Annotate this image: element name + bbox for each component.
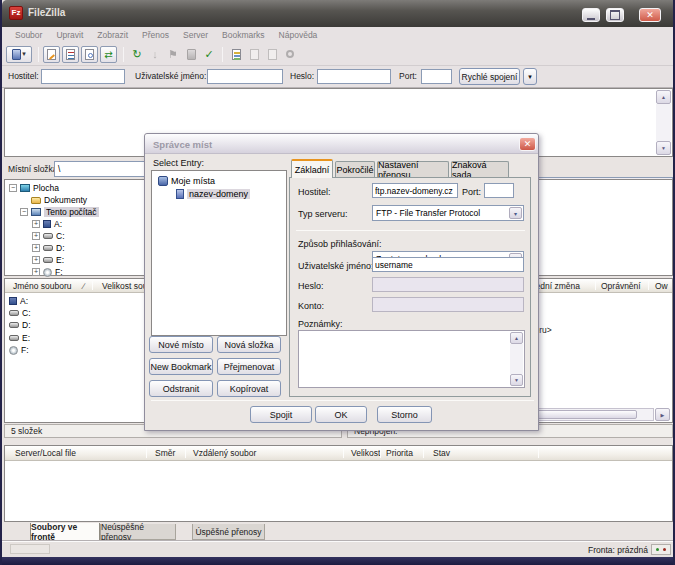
column-priority[interactable]: Priorita: [386, 448, 413, 458]
quickconnect-host-input[interactable]: [41, 69, 125, 84]
quickconnect-password-input[interactable]: [317, 69, 391, 84]
minimize-button[interactable]: [582, 8, 600, 22]
rename-button[interactable]: Přejmenovat: [217, 358, 281, 375]
expand-icon[interactable]: +: [32, 220, 40, 228]
menu-bookmarks[interactable]: Bookmarks: [215, 30, 272, 40]
scroll-down-button[interactable]: ▼: [510, 374, 523, 386]
tab-failed-transfers[interactable]: Neúspěšné přenosy: [100, 524, 176, 540]
column-server-local-file[interactable]: Server/Local file: [15, 448, 76, 458]
menu-zobrazit[interactable]: Zobrazit: [90, 30, 135, 40]
column-permissions[interactable]: Oprávnění: [601, 281, 641, 291]
user-input[interactable]: [372, 257, 524, 272]
scroll-right-button[interactable]: ▶: [655, 408, 670, 421]
scroll-up-button[interactable]: ▲: [510, 332, 523, 344]
tree-item-drive-e[interactable]: + E:: [32, 254, 64, 266]
tab-transfer-settings[interactable]: Nastavení přenosu: [377, 161, 449, 178]
tree-item-dokumenty[interactable]: Dokumenty: [31, 194, 87, 206]
list-item-drive-e[interactable]: E:: [9, 332, 30, 344]
site-manager-button[interactable]: ▾: [6, 46, 32, 63]
harddrive-icon: [9, 335, 19, 341]
menu-server[interactable]: Server: [176, 30, 215, 40]
toggle-local-tree-button[interactable]: [62, 46, 79, 63]
tab-successful-transfers[interactable]: Úspěšné přenosy: [192, 524, 265, 540]
column-divider[interactable]: [648, 281, 649, 290]
scrollbar-track[interactable]: [510, 344, 523, 374]
scroll-up-button[interactable]: ▲: [656, 90, 671, 104]
tree-item-drive-f[interactable]: + F:: [32, 266, 63, 278]
site-tree-root[interactable]: Moje místa: [158, 175, 215, 187]
expand-icon[interactable]: +: [32, 244, 40, 252]
column-divider[interactable]: [343, 448, 344, 458]
ok-button[interactable]: OK: [315, 406, 367, 423]
column-divider[interactable]: [146, 448, 147, 458]
column-direction[interactable]: Směr: [155, 448, 175, 458]
collapse-icon[interactable]: −: [9, 184, 17, 192]
filter-icon[interactable]: [228, 46, 244, 62]
toggle-message-log-button[interactable]: [43, 46, 60, 63]
close-button[interactable]: ✕: [639, 8, 661, 22]
tab-charset[interactable]: Znaková sada: [451, 161, 509, 178]
expand-icon[interactable]: +: [32, 232, 40, 240]
refresh-icon[interactable]: ↻: [129, 46, 145, 62]
comments-textarea[interactable]: ▲ ▼: [298, 330, 525, 388]
column-remote-file[interactable]: Vzdálený soubor: [193, 448, 256, 458]
user-label: Uživatelské jméno:: [298, 261, 374, 271]
scroll-down-button[interactable]: ▼: [656, 141, 671, 155]
column-size[interactable]: Velikost: [351, 448, 380, 458]
column-owner[interactable]: Ow: [655, 281, 668, 291]
menu-napoveda[interactable]: Nápověda: [272, 30, 325, 40]
dialog-title-bar: Správce míst ✕: [145, 134, 538, 154]
host-input[interactable]: [372, 183, 458, 198]
list-item-drive-a[interactable]: A:: [9, 295, 28, 307]
quickconnect-button[interactable]: Rychlé spojení: [459, 68, 520, 85]
quickconnect-dropdown-button[interactable]: ▾: [523, 68, 537, 85]
tree-item-drive-a[interactable]: + A:: [32, 218, 62, 230]
tab-general[interactable]: Základní: [291, 159, 333, 178]
harddrive-icon: [9, 310, 19, 316]
toggle-queue-button[interactable]: ⇄: [100, 46, 117, 63]
column-status[interactable]: Stav: [433, 448, 450, 458]
quickconnect-user-input[interactable]: [207, 69, 283, 84]
column-divider[interactable]: [92, 281, 93, 290]
servertype-select[interactable]: FTP - File Transfer Protocol ▾: [372, 205, 524, 221]
quickconnect-port-input[interactable]: [421, 69, 452, 84]
copy-button[interactable]: Kopírovat: [217, 380, 281, 397]
tree-item-tento-pocitac[interactable]: − Tento počítač: [20, 206, 99, 218]
list-item-drive-c[interactable]: C:: [9, 307, 31, 319]
column-filename[interactable]: Jméno souboru: [13, 281, 72, 291]
column-divider[interactable]: [595, 281, 596, 290]
chevron-down-icon[interactable]: ▾: [509, 207, 522, 219]
expand-icon[interactable]: +: [32, 256, 40, 264]
cancel-button[interactable]: Storno: [377, 406, 432, 423]
new-site-button[interactable]: Nové místo: [149, 336, 213, 353]
column-divider[interactable]: [538, 448, 539, 458]
servertype-value: FTP - File Transfer Protocol: [376, 208, 480, 218]
menu-soubor[interactable]: Soubor: [8, 30, 49, 40]
scrollbar-track[interactable]: [656, 104, 671, 141]
new-folder-button[interactable]: Nová složka: [217, 336, 281, 353]
menu-prenos[interactable]: Přenos: [135, 30, 176, 40]
tab-queued-files[interactable]: Soubory ve frontě: [30, 523, 100, 541]
port-input[interactable]: [484, 183, 514, 198]
collapse-icon[interactable]: −: [20, 208, 28, 216]
menu-upravit[interactable]: Upravit: [49, 30, 90, 40]
tab-advanced[interactable]: Pokročilé: [335, 161, 375, 178]
column-divider[interactable]: [380, 448, 381, 458]
reconnect-check-icon[interactable]: ✓: [201, 46, 217, 62]
list-item-drive-f[interactable]: F:: [9, 344, 29, 356]
expand-icon[interactable]: +: [32, 268, 40, 276]
dialog-close-button[interactable]: ✕: [519, 137, 536, 151]
maximize-button[interactable]: [606, 8, 624, 22]
site-tree-site[interactable]: nazev-domeny: [176, 188, 250, 200]
toggle-remote-tree-button[interactable]: [81, 46, 98, 63]
tree-item-drive-c[interactable]: + C:: [32, 230, 65, 242]
tree-item-drive-d[interactable]: + D:: [32, 242, 65, 254]
find-files-icon: [282, 46, 298, 62]
tree-item-plocha[interactable]: − Plocha: [9, 182, 59, 194]
list-item-drive-d[interactable]: D:: [9, 319, 31, 331]
column-divider[interactable]: [423, 448, 424, 458]
delete-button[interactable]: Odstranit: [149, 380, 213, 397]
connect-button[interactable]: Spojit: [250, 406, 312, 423]
new-bookmark-button[interactable]: New Bookmark: [149, 358, 213, 375]
column-divider[interactable]: [185, 448, 186, 458]
